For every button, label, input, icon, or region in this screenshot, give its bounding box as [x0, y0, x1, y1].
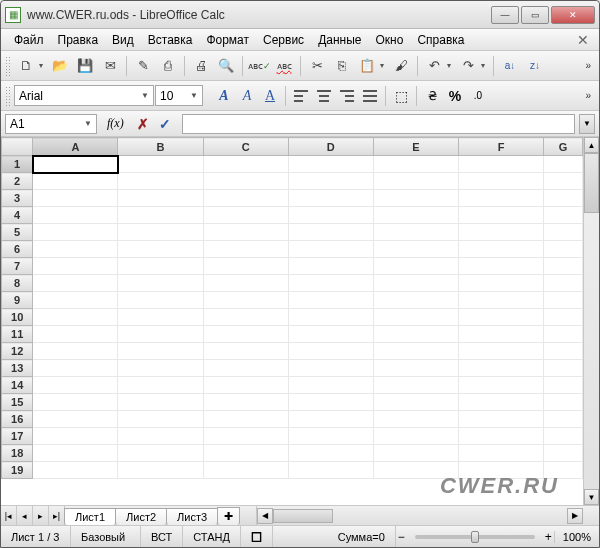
cell[interactable]	[288, 377, 373, 394]
cell[interactable]	[33, 258, 118, 275]
cell[interactable]	[118, 428, 203, 445]
cell[interactable]	[203, 343, 288, 360]
cell[interactable]	[458, 156, 543, 173]
row-header[interactable]: 15	[2, 394, 33, 411]
cell[interactable]	[544, 241, 583, 258]
cell[interactable]	[544, 428, 583, 445]
align-justify-button[interactable]	[359, 85, 381, 107]
cell[interactable]	[458, 428, 543, 445]
menu-window[interactable]: Окно	[368, 31, 410, 49]
italic-button[interactable]: A	[236, 85, 258, 107]
select-all-corner[interactable]	[2, 138, 33, 156]
cell[interactable]	[458, 394, 543, 411]
cell[interactable]	[118, 411, 203, 428]
row-header[interactable]: 3	[2, 190, 33, 207]
menu-edit[interactable]: Правка	[51, 31, 106, 49]
row-header[interactable]: 5	[2, 224, 33, 241]
spellcheck-icon[interactable]: ᴀʙᴄ✓	[247, 54, 271, 78]
cell[interactable]	[458, 241, 543, 258]
cell[interactable]	[288, 190, 373, 207]
cell[interactable]	[458, 309, 543, 326]
cell[interactable]	[544, 343, 583, 360]
cell[interactable]	[33, 275, 118, 292]
cell[interactable]	[203, 411, 288, 428]
cell[interactable]	[373, 275, 458, 292]
cell[interactable]	[544, 462, 583, 479]
row-header[interactable]: 16	[2, 411, 33, 428]
cell[interactable]	[544, 258, 583, 275]
cell[interactable]	[373, 173, 458, 190]
sort-desc-icon[interactable]: z↓	[523, 54, 547, 78]
align-right-button[interactable]	[336, 85, 358, 107]
cell[interactable]	[373, 258, 458, 275]
cell[interactable]	[458, 190, 543, 207]
cell[interactable]	[288, 156, 373, 173]
cell[interactable]	[118, 377, 203, 394]
scroll-up-button[interactable]: ▲	[584, 137, 599, 153]
cell[interactable]	[203, 445, 288, 462]
cell[interactable]	[33, 156, 118, 173]
menu-file[interactable]: Файл	[7, 31, 51, 49]
cell[interactable]	[458, 462, 543, 479]
cell[interactable]	[118, 207, 203, 224]
cell[interactable]	[288, 207, 373, 224]
cell[interactable]	[118, 190, 203, 207]
undo-icon[interactable]: ↶	[422, 54, 446, 78]
cell[interactable]	[288, 326, 373, 343]
cell[interactable]	[373, 292, 458, 309]
cell[interactable]	[458, 445, 543, 462]
cell[interactable]	[118, 241, 203, 258]
cell[interactable]	[33, 309, 118, 326]
menu-format[interactable]: Формат	[199, 31, 256, 49]
pdf-icon[interactable]: ⎙	[156, 54, 180, 78]
cell[interactable]	[288, 292, 373, 309]
align-center-button[interactable]	[313, 85, 335, 107]
scroll-down-button[interactable]: ▼	[584, 489, 599, 505]
zoom-knob[interactable]	[471, 531, 479, 543]
cell[interactable]	[458, 275, 543, 292]
cell[interactable]	[458, 173, 543, 190]
decimal-add-button[interactable]: .0	[467, 85, 489, 107]
maximize-button[interactable]: ▭	[521, 6, 549, 24]
cell[interactable]	[373, 326, 458, 343]
formula-expand-button[interactable]: ▼	[579, 114, 595, 134]
menu-help[interactable]: Справка	[410, 31, 471, 49]
cell[interactable]	[458, 360, 543, 377]
cell[interactable]	[203, 360, 288, 377]
toolbar-overflow[interactable]: »	[581, 60, 595, 71]
merge-cells-button[interactable]: ⬚	[390, 85, 412, 107]
bold-button[interactable]: A	[213, 85, 235, 107]
cell[interactable]	[203, 173, 288, 190]
cell[interactable]	[373, 462, 458, 479]
cell[interactable]	[544, 309, 583, 326]
preview-icon[interactable]: 🔍	[214, 54, 238, 78]
zoom-value[interactable]: 100%	[554, 531, 599, 543]
currency-button[interactable]: ₴	[421, 85, 443, 107]
print-icon[interactable]: 🖨	[189, 54, 213, 78]
cut-icon[interactable]: ✂	[305, 54, 329, 78]
cell-reference-combo[interactable]: A1 ▼	[5, 114, 97, 134]
row-header[interactable]: 19	[2, 462, 33, 479]
cell[interactable]	[544, 445, 583, 462]
cell[interactable]	[203, 462, 288, 479]
cell[interactable]	[33, 173, 118, 190]
cell[interactable]	[118, 445, 203, 462]
row-header[interactable]: 17	[2, 428, 33, 445]
cell[interactable]	[33, 292, 118, 309]
cell[interactable]	[544, 360, 583, 377]
row-header[interactable]: 10	[2, 309, 33, 326]
cell[interactable]	[33, 241, 118, 258]
scroll-right-button[interactable]: ▶	[567, 508, 583, 524]
scroll-thumb[interactable]	[273, 509, 333, 523]
cell[interactable]	[288, 394, 373, 411]
zoom-slider[interactable]	[415, 535, 535, 539]
cell[interactable]	[373, 343, 458, 360]
cell[interactable]	[33, 207, 118, 224]
font-name-combo[interactable]: Arial ▼	[14, 85, 154, 106]
cell[interactable]	[544, 207, 583, 224]
column-header[interactable]: F	[458, 138, 543, 156]
cell[interactable]	[118, 224, 203, 241]
cell[interactable]	[544, 156, 583, 173]
cell[interactable]	[203, 258, 288, 275]
cell[interactable]	[33, 360, 118, 377]
